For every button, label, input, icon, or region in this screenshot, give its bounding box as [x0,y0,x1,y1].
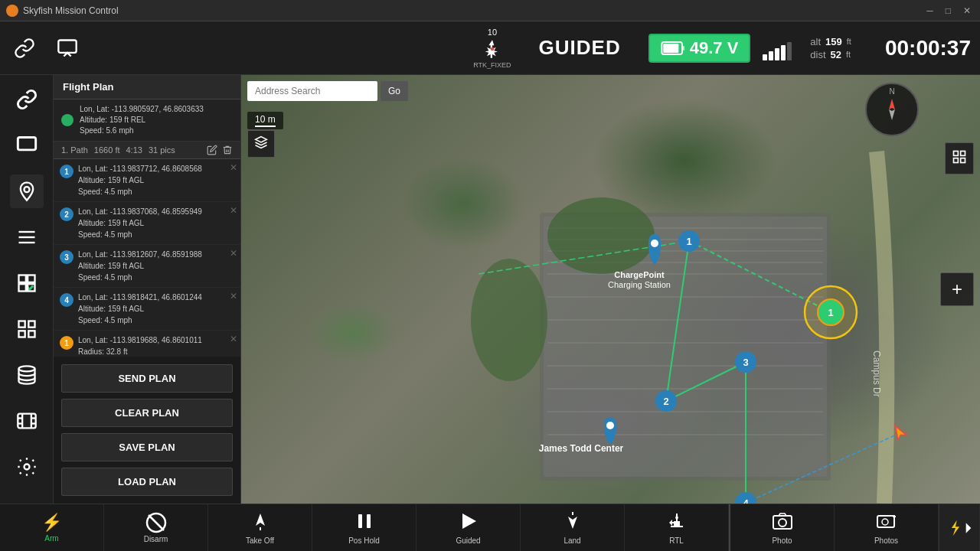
rtl-button[interactable]: RTL [625,504,729,551]
app-icon [6,5,18,17]
chargepoint-label: ChargePoint [614,270,665,279]
wp-close-4[interactable]: ✕ [230,291,237,302]
road-campus-dr [877,152,887,504]
wp-close-1[interactable]: ✕ [230,162,237,173]
svg-rect-44 [961,152,965,156]
campus-dr-label: Campus Dr [871,350,882,397]
svg-marker-41 [889,99,895,109]
arm-icon: ⚡ [41,513,62,533]
chat-icon-btn[interactable] [52,29,83,67]
arm-button[interactable]: ⚡ Arm [0,504,104,551]
photos-label: Photos [874,536,898,545]
svg-marker-54 [568,517,577,529]
clear-plan-button[interactable]: CLEAR PLAN [61,399,233,427]
save-plan-button[interactable]: SAVE PLAN [61,433,233,461]
wp-text-4: Lon, Lat: -113.9818421, 46.8601244 Altit… [78,292,202,326]
sidebar-settings-icon[interactable] [10,450,44,484]
photo-label: Photo [772,536,792,545]
svg-marker-49 [256,514,265,526]
waypoint-4: 4 Lon, Lat: -113.9818421, 46.8601244 Alt… [54,288,240,331]
zoom-in-button[interactable]: + [940,272,974,306]
address-search-button[interactable]: Go [381,81,408,101]
flight-plan-header: Flight Plan [54,75,240,99]
wp-text-2: Lon, Lat: -113.9837068, 46.8595949 Altit… [78,206,202,240]
arm-label: Arm [44,534,58,543]
sidebar-database-icon[interactable] [10,358,44,392]
compass: N [865,83,919,136]
land-button[interactable]: Land [521,504,625,551]
battery-display: 49.7 V [648,34,751,63]
close-btn[interactable]: ✕ [960,5,974,16]
svg-rect-60 [877,516,894,527]
svg-marker-56 [669,520,672,526]
bottombar: ⚡ Arm Disarm Take Off Pos Hold [0,504,980,551]
mode-display: GUIDED [539,36,621,60]
map-view-toggle-button[interactable] [945,142,974,174]
guided-button[interactable]: Guided [416,504,521,551]
sidebar-list-icon[interactable] [10,220,44,254]
titlebar: Skyfish Mission Control ─ □ ✕ [0,0,980,21]
svg-rect-4 [18,138,35,150]
map-wp-4-label: 4 [743,497,749,504]
rtk-num: 10 [488,28,497,37]
timer-display: 00:00:37 [879,36,971,60]
map-area[interactable]: 1 2 3 4 1 ChargePoint Charg [241,75,980,504]
poshold-button[interactable]: Pos Hold [312,504,416,551]
takeoff-button[interactable]: Take Off [208,504,312,551]
flash-right-button[interactable] [939,504,980,551]
svg-rect-9 [18,276,25,282]
disarm-label: Disarm [144,535,168,543]
maximize-btn[interactable]: □ [942,5,954,16]
svg-point-5 [24,187,29,192]
wp-text-1: Lon, Lat: -113.9837712, 46.8608568 Altit… [78,163,202,197]
wp-close-survey[interactable]: ✕ [230,334,237,344]
map-layers-button[interactable] [247,130,275,158]
sidebar-chat-icon[interactable] [10,129,44,162]
sidebar-grid-icon[interactable] [10,312,44,346]
disarm-button[interactable]: Disarm [104,504,208,551]
wp-num-1: 1 [60,165,74,178]
svg-marker-53 [462,514,476,529]
svg-marker-64 [952,520,959,536]
send-plan-button[interactable]: SEND PLAN [61,364,233,393]
photo-icon [772,510,793,535]
photos-icon [876,510,897,535]
edit-path-icon[interactable] [207,145,217,155]
wp-close-3[interactable]: ✕ [230,248,237,259]
waypoint-2: 2 Lon, Lat: -113.9837068, 46.8595949 Alt… [54,202,240,245]
svg-rect-0 [58,40,76,52]
link-icon-btn[interactable] [9,29,40,67]
load-plan-button[interactable]: LOAD PLAN [61,468,233,496]
delete-path-icon[interactable] [222,145,233,155]
svg-point-59 [779,519,786,527]
green-area-1 [547,197,655,274]
survey-num: 1 [828,307,833,318]
waypoint-survey: 1 Lon, Lat: -113.9819688, 46.8601011 Rad… [54,331,240,357]
map-wp-2-label: 2 [663,396,668,407]
map-overlay: 1 2 3 4 1 ChargePoint Charg [241,75,980,504]
app-title: Skyfish Mission Control [23,5,923,16]
signal-bar-5 [787,42,792,60]
svg-point-1 [491,47,495,51]
map-wp-3-label: 3 [743,357,748,368]
map-scale-bar: 10 m [247,112,283,129]
path-header: 1. Path 1660 ft 4:13 31 pics [54,142,240,159]
photo-button[interactable]: Photo [730,504,835,551]
sidebar-map-icon[interactable] [10,174,44,208]
signal-bar-3 [775,48,779,60]
svg-rect-51 [358,514,362,528]
waypoints-list: 1 Lon, Lat: -113.9837712, 46.8608568 Alt… [54,159,240,357]
svg-rect-14 [28,321,34,328]
rtk-label: RTK_FIXED [473,61,511,69]
minimize-btn[interactable]: ─ [923,5,936,16]
battery-icon [661,41,685,56]
chargepoint-pin-dot [651,240,658,247]
svg-rect-45 [961,158,965,163]
sidebar-film-icon[interactable] [10,404,44,438]
wp-close-2[interactable]: ✕ [230,205,237,216]
sidebar-check-icon[interactable] [10,266,44,300]
sidebar-link-icon[interactable] [10,83,44,116]
address-search-input[interactable] [247,81,377,101]
photos-button[interactable]: Photos [835,504,939,551]
window-controls[interactable]: ─ □ ✕ [923,5,974,16]
